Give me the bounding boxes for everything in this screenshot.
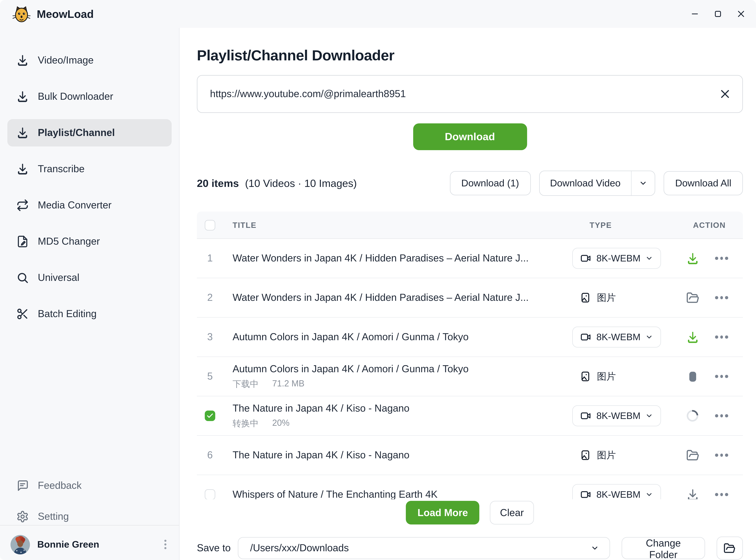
search-icon bbox=[16, 272, 29, 284]
sidebar-item-bulk-downloader[interactable]: Bulk Downloader bbox=[7, 83, 172, 110]
download-selected-button[interactable]: Download (1) bbox=[450, 171, 531, 195]
chat-bubble-icon bbox=[16, 479, 29, 492]
sidebar-item-md5-changer[interactable]: MD5 Changer bbox=[7, 228, 172, 255]
table-row: 6 The Nature in Japan 4K / Kiso - Nagano… bbox=[197, 436, 743, 475]
download-video-dropdown-icon[interactable] bbox=[632, 171, 655, 195]
sidebar-item-playlist-channel[interactable]: Playlist/Channel bbox=[7, 119, 172, 146]
table-row: 5 Autumn Colors in Japan 4K / Aomori / G… bbox=[197, 357, 743, 396]
items-detail: (10 Videos · 10 Images) bbox=[245, 177, 357, 189]
chevron-down-icon bbox=[645, 412, 653, 420]
status-label: 下载中 bbox=[233, 378, 259, 390]
column-type: TYPE bbox=[559, 220, 672, 229]
row-title: Water Wonders in Japan 4K / Hidden Parad… bbox=[233, 292, 559, 303]
converting-spinner-icon bbox=[685, 409, 699, 423]
row-title: Autumn Colors in Japan 4K / Aomori / Gun… bbox=[233, 331, 559, 343]
select-all-checkbox[interactable] bbox=[205, 220, 215, 230]
items-table: TITLE TYPE ACTION 1 Water Wonders in Jap… bbox=[197, 212, 743, 499]
change-folder-button[interactable]: Change Folder bbox=[622, 537, 705, 559]
url-input[interactable] bbox=[209, 88, 719, 100]
download-row-icon[interactable] bbox=[685, 330, 699, 344]
column-action: ACTION bbox=[672, 220, 743, 229]
row-status: 下载中 71.2 MB bbox=[233, 378, 559, 390]
minimize-icon[interactable] bbox=[690, 9, 699, 18]
table-header: TITLE TYPE ACTION bbox=[197, 212, 743, 239]
file-edit-icon bbox=[16, 235, 29, 248]
sidebar-item-label: Feedback bbox=[38, 480, 82, 492]
status-value: 71.2 MB bbox=[272, 378, 304, 390]
user-name: Bonnie Green bbox=[37, 539, 99, 550]
sidebar-item-transcribe[interactable]: Transcribe bbox=[7, 155, 172, 183]
download-row-icon[interactable] bbox=[685, 488, 699, 499]
video-camera-icon bbox=[580, 253, 592, 264]
row-title: Autumn Colors in Japan 4K / Aomori / Gun… bbox=[233, 363, 559, 375]
sidebar-item-label: Playlist/Channel bbox=[38, 127, 115, 139]
table-row: Whispers of Nature / The Enchanting Eart… bbox=[197, 475, 743, 499]
load-more-button[interactable]: Load More bbox=[406, 501, 479, 524]
maximize-icon[interactable] bbox=[714, 9, 722, 18]
user-menu-kebab-icon[interactable] bbox=[162, 538, 168, 551]
video-camera-icon bbox=[580, 410, 592, 422]
sidebar-item-universal[interactable]: Universal bbox=[7, 264, 172, 292]
user-profile[interactable]: Bonnie Green bbox=[7, 529, 172, 560]
browse-folder-button[interactable] bbox=[717, 537, 743, 560]
chevron-down-icon bbox=[645, 254, 653, 262]
image-type: 图片 bbox=[580, 292, 616, 304]
row-menu-kebab-icon[interactable] bbox=[715, 257, 728, 260]
format-select[interactable]: 8K-WEBM bbox=[572, 405, 661, 426]
close-icon[interactable] bbox=[737, 9, 745, 18]
row-number: 6 bbox=[197, 449, 223, 461]
url-input-box bbox=[197, 75, 743, 113]
sidebar-item-label: Transcribe bbox=[38, 163, 84, 175]
title-bar: MeowLoad bbox=[0, 0, 756, 28]
row-menu-kebab-icon[interactable] bbox=[715, 414, 728, 417]
format-select[interactable]: 8K-WEBM bbox=[572, 484, 661, 499]
download-all-button[interactable]: Download All bbox=[663, 171, 743, 195]
image-icon bbox=[580, 371, 592, 383]
stop-download-icon[interactable] bbox=[685, 369, 699, 383]
save-to-label: Save to bbox=[197, 542, 231, 554]
format-select[interactable]: 8K-WEBM bbox=[572, 326, 661, 347]
sidebar-item-video-image[interactable]: Video/Image bbox=[7, 47, 172, 74]
clear-button[interactable]: Clear bbox=[490, 501, 534, 524]
open-folder-icon[interactable] bbox=[685, 448, 699, 462]
chevron-down-icon bbox=[645, 333, 653, 341]
row-checkbox[interactable] bbox=[205, 489, 215, 499]
download-icon bbox=[16, 90, 29, 103]
save-path-select[interactable]: /Users/xxx/Downloads bbox=[238, 537, 610, 559]
avatar bbox=[11, 535, 30, 554]
row-title: The Nature in Japan 4K / Kiso - Nagano bbox=[233, 402, 559, 414]
download-row-icon[interactable] bbox=[685, 252, 699, 265]
row-menu-kebab-icon[interactable] bbox=[715, 454, 728, 457]
status-label: 转换中 bbox=[233, 418, 259, 429]
items-count: 20 items bbox=[197, 177, 239, 189]
row-checkbox-checked[interactable] bbox=[205, 411, 215, 421]
row-menu-kebab-icon[interactable] bbox=[715, 493, 728, 496]
sidebar-item-label: MD5 Changer bbox=[38, 236, 100, 247]
meowload-window: MeowLoad Video/Image Bulk Downloader bbox=[0, 0, 756, 560]
row-menu-kebab-icon[interactable] bbox=[715, 296, 728, 299]
chevron-down-icon bbox=[645, 491, 653, 499]
cat-logo-icon bbox=[13, 5, 31, 23]
clear-url-icon[interactable] bbox=[719, 88, 731, 100]
sidebar-item-feedback[interactable]: Feedback bbox=[7, 473, 172, 498]
open-folder-icon[interactable] bbox=[685, 291, 699, 304]
sidebar-item-batch-editing[interactable]: Batch Editing bbox=[7, 300, 172, 327]
folder-open-icon bbox=[724, 542, 736, 554]
table-row: 1 Water Wonders in Japan 4K / Hidden Par… bbox=[197, 239, 743, 278]
download-icon bbox=[16, 54, 29, 67]
sidebar-item-label: Setting bbox=[38, 511, 69, 522]
image-icon bbox=[580, 292, 592, 304]
download-video-split-button: Download Video bbox=[539, 171, 655, 196]
scissors-icon bbox=[16, 308, 29, 320]
app-title: MeowLoad bbox=[37, 8, 94, 20]
main-content: Playlist/Channel Downloader Download 20 … bbox=[180, 28, 756, 560]
format-select[interactable]: 8K-WEBM bbox=[572, 248, 661, 269]
sidebar-item-media-converter[interactable]: Media Converter bbox=[7, 192, 172, 219]
download-button[interactable]: Download bbox=[413, 123, 527, 150]
row-menu-kebab-icon[interactable] bbox=[715, 336, 728, 339]
video-camera-icon bbox=[580, 331, 592, 343]
image-type: 图片 bbox=[580, 449, 616, 461]
sidebar-item-label: Video/Image bbox=[38, 55, 94, 66]
row-menu-kebab-icon[interactable] bbox=[715, 375, 728, 378]
download-video-button[interactable]: Download Video bbox=[539, 171, 631, 195]
